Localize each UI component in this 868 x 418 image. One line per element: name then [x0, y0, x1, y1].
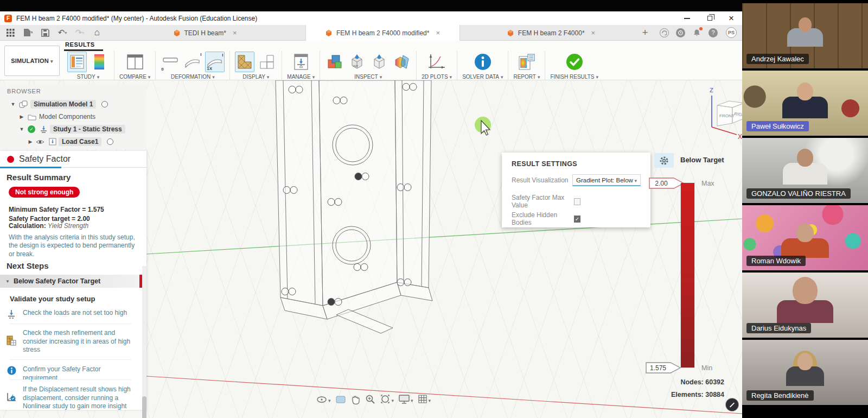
tab-tedi-h-beam[interactable]: TEDI H beam* [126, 25, 284, 41]
compare-icon[interactable] [125, 52, 145, 72]
fit-tool[interactable] [380, 394, 394, 404]
legend-min-input[interactable]: 1.575 [646, 362, 682, 374]
new-tab-button[interactable] [640, 28, 650, 37]
undo-icon[interactable]: ↶▾ [58, 28, 67, 37]
group-label-study[interactable]: STUDY [77, 74, 99, 80]
minimize-button[interactable] [677, 11, 697, 25]
suggestion-mesh[interactable]: Check the mesh refinement and consider i… [5, 329, 136, 354]
participant-tile[interactable]: GONZALO VALIÑO RIESTRA [742, 138, 868, 203]
job-status-icon[interactable] [660, 28, 669, 37]
inspect-point-xyz-icon[interactable]: xyz [347, 52, 367, 72]
deformation-scaled-icon[interactable]: 1X I [205, 52, 225, 72]
tree-item-simulation-model[interactable]: ▼ Simulation Model 1 [0, 98, 146, 110]
below-target-group[interactable]: ▼ Below Safety Factor Target [0, 275, 143, 288]
tab-close-icon[interactable] [436, 29, 440, 37]
tree-label: Load Case1 [59, 137, 101, 146]
chevron-collapsed-icon[interactable]: ▶ [18, 114, 25, 119]
suggestion-loads[interactable]: Check the loads are not set too high [5, 309, 136, 319]
study-results-icon[interactable] [67, 52, 87, 72]
group-label-display[interactable]: DISPLAY [242, 74, 269, 80]
participant-name: Regita Bendikienė [746, 390, 814, 401]
solver-data-info-icon[interactable] [473, 52, 493, 72]
participant-tile[interactable]: Paweł Sułkowicz [742, 71, 868, 136]
user-avatar[interactable]: PS [726, 27, 737, 38]
view-cube[interactable]: FRONT RIGHT Z X [689, 85, 742, 139]
max-value-checkbox[interactable] [574, 198, 580, 205]
viewcube-front-label[interactable]: FRONT [719, 113, 735, 118]
redo-icon[interactable]: ↷▾ [75, 28, 85, 37]
group-label-deformation[interactable]: DEFORMATION [171, 74, 215, 80]
tab-fem-modified[interactable]: FEM H beam 2 F4000 modified* [305, 25, 460, 41]
look-at-tool[interactable] [336, 395, 346, 404]
display-bodies-icon[interactable] [257, 52, 277, 72]
tab-close-icon[interactable] [591, 29, 596, 37]
finish-results-icon[interactable] [565, 52, 584, 72]
folder-icon [28, 113, 36, 121]
home-icon[interactable]: ⌂ [92, 28, 102, 37]
study-legend-icon[interactable] [90, 52, 109, 72]
suggestion-text: If the Displacement result shows high di… [23, 385, 136, 411]
visualization-dropdown[interactable]: Gradient Plot: Below [572, 174, 641, 186]
h-beam-model[interactable] [276, 80, 432, 333]
chevron-expanded-icon[interactable]: ▼ [10, 102, 16, 107]
inspect-results-icon[interactable] [325, 52, 344, 72]
2d-plots-icon[interactable] [427, 52, 446, 72]
tree-item-study1[interactable]: ▼ Study 1 - Static Stress [0, 123, 146, 135]
inspect-probe-icon[interactable] [369, 52, 389, 72]
ribbon-tab-results[interactable]: RESULTS [65, 41, 95, 48]
activate-radio[interactable] [101, 101, 108, 107]
tab-close-icon[interactable] [233, 29, 237, 37]
group-label-inspect[interactable]: INSPECT [354, 74, 382, 80]
tab-label: TEDI H beam* [184, 29, 226, 37]
group-label-2d-plots[interactable]: 2D PLOTS [422, 74, 452, 80]
report-icon[interactable] [517, 52, 537, 72]
tree-item-model-components[interactable]: ▶ Model Components [0, 111, 146, 123]
orbit-tool[interactable] [316, 395, 331, 404]
deformation-undeformed-icon[interactable]: 0 [161, 52, 180, 72]
app-grid-icon[interactable] [5, 28, 15, 37]
clock-icon[interactable] [676, 28, 685, 37]
scrollbar-thumb[interactable] [142, 396, 146, 418]
notifications-bell-icon[interactable] [692, 28, 701, 37]
restore-button[interactable] [700, 11, 719, 25]
display-mesh-icon[interactable] [235, 52, 254, 72]
panel-scrollbar[interactable] [142, 266, 146, 410]
zoom-tool[interactable] [365, 394, 375, 404]
save-icon[interactable] [40, 28, 50, 37]
tab-label: FEM H beam 2 F4000 modified* [336, 29, 429, 37]
group-label-finish-results[interactable]: FINISH RESULTS [550, 74, 598, 80]
meeting-controls-icon[interactable] [725, 398, 739, 411]
chevron-collapsed-icon[interactable]: ▶ [27, 139, 34, 144]
help-icon[interactable]: ? [709, 28, 718, 37]
tab-fem-f4000[interactable]: FEM H beam 2 F4000* [473, 25, 629, 41]
participant-tile[interactable]: Regita Bendikienė [742, 340, 868, 405]
group-label-report[interactable]: REPORT [513, 74, 540, 80]
group-label-solver-data[interactable]: SOLVER DATA [462, 74, 503, 80]
activate-radio[interactable] [107, 138, 113, 145]
participant-tile[interactable]: Darius Eidukynas [742, 273, 868, 338]
participant-tile[interactable]: Andrzej Kawalec [742, 3, 868, 68]
inspect-slice-plane-icon[interactable] [392, 52, 411, 72]
participant-tile[interactable]: Roman Wdowik [742, 205, 868, 270]
legend-max-input[interactable]: 2.00 [649, 177, 686, 189]
exclude-hidden-checkbox[interactable] [574, 216, 580, 223]
close-button[interactable] [722, 11, 741, 25]
chevron-expanded-icon[interactable]: ▼ [18, 126, 25, 132]
file-menu-icon[interactable] [23, 28, 33, 37]
eye-icon[interactable] [36, 139, 44, 145]
suggestion-nonlinear[interactable]: If the Displacement result shows high di… [5, 385, 136, 411]
grid-layout-tool[interactable] [418, 395, 431, 404]
pan-tool[interactable] [350, 395, 360, 404]
deformation-actual-icon[interactable]: I [183, 52, 202, 72]
display-settings-tool[interactable] [399, 395, 413, 404]
manage-settings-icon[interactable] [291, 52, 311, 72]
mouse-cursor [475, 117, 491, 135]
group-label-manage[interactable]: MANAGE [287, 74, 315, 80]
legend-settings-button[interactable] [654, 153, 674, 168]
z-axis-label: Z [710, 87, 713, 93]
group-label-compare[interactable]: COMPARE [119, 74, 150, 80]
workspace-selector[interactable]: SIMULATION [4, 46, 60, 76]
group-study: STUDY [62, 51, 114, 80]
tree-item-load-case1[interactable]: ▶ Load Case1 [0, 136, 146, 148]
participant-name: Darius Eidukynas [746, 323, 811, 333]
